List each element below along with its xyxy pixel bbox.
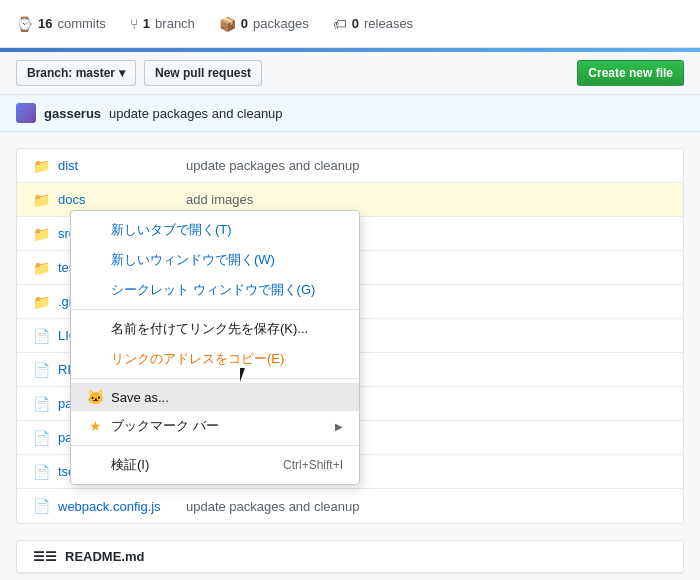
branches-count: 1 <box>143 16 150 31</box>
readme-icon: ☰☰ <box>33 549 57 564</box>
branch-label: Branch: master <box>27 66 115 80</box>
context-menu-item-open-tab[interactable]: 新しいタブで開く(T) <box>71 215 359 245</box>
packages-icon: 📦 <box>219 16 236 32</box>
context-menu-item-open-window[interactable]: 新しいウィンドウで開く(W) <box>71 245 359 275</box>
folder-icon: 📁 <box>33 294 50 310</box>
menu-item-label: 名前を付けてリンク先を保存(K)... <box>111 320 343 338</box>
commit-message: update packages and cleanup <box>109 106 282 121</box>
menu-item-label: シークレット ウィンドウで開く(G) <box>111 281 343 299</box>
folder-icon: 📁 <box>33 226 50 242</box>
context-menu-item-inspect[interactable]: 検証(I) Ctrl+Shift+I <box>71 450 359 480</box>
file-commit: update packages and cleanup <box>178 499 667 514</box>
file-icon: 📄 <box>33 464 50 480</box>
commits-icon: ⌚ <box>16 16 33 32</box>
menu-item-label: 新しいタブで開く(T) <box>111 221 343 239</box>
commit-banner: gasserus update packages and cleanup <box>0 95 700 132</box>
branches-label: branch <box>155 16 195 31</box>
create-new-file-button[interactable]: Create new file <box>577 60 684 86</box>
packages-stat[interactable]: 📦 0 packages <box>219 8 309 40</box>
folder-icon: 📁 <box>33 260 50 276</box>
branches-stat[interactable]: ⑂ 1 branch <box>130 8 195 40</box>
file-icon: 📄 <box>33 430 50 446</box>
submenu-arrow: ▶ <box>335 421 343 432</box>
packages-label: packages <box>253 16 309 31</box>
menu-shortcut: Ctrl+Shift+I <box>283 458 343 472</box>
context-menu: 新しいタブで開く(T) 新しいウィンドウで開く(W) シークレット ウィンドウで… <box>70 210 360 485</box>
menu-separator <box>71 445 359 446</box>
context-menu-item-copy-link[interactable]: リンクのアドレスをコピー(E) <box>71 344 359 374</box>
context-menu-item-bookmark[interactable]: ★ ブックマーク バー ▶ <box>71 411 359 441</box>
menu-item-label: ブックマーク バー <box>111 417 335 435</box>
readme-header: ☰☰ README.md <box>17 541 683 573</box>
context-menu-item-save-link[interactable]: 名前を付けてリンク先を保存(K)... <box>71 314 359 344</box>
packages-count: 0 <box>241 16 248 31</box>
branch-arrow: ▾ <box>119 66 125 80</box>
context-menu-item-open-incognito[interactable]: シークレット ウィンドウで開く(G) <box>71 275 359 305</box>
readme-title: README.md <box>65 549 144 564</box>
menu-separator <box>71 309 359 310</box>
releases-label: releases <box>364 16 413 31</box>
file-icon: 📄 <box>33 396 50 412</box>
bookmark-icon: ★ <box>87 418 103 434</box>
table-row: 📄 webpack.config.js update packages and … <box>17 489 683 523</box>
menu-item-label: Save as... <box>111 390 343 405</box>
folder-icon: 📁 <box>33 158 50 174</box>
file-commit: update packages and cleanup <box>178 158 667 173</box>
releases-count: 0 <box>352 16 359 31</box>
avatar <box>16 103 36 123</box>
commit-author: gasserus <box>44 106 101 121</box>
menu-item-label: 検証(I) <box>111 456 275 474</box>
menu-separator <box>71 378 359 379</box>
action-bar: Branch: master ▾ New pull request Create… <box>0 52 700 95</box>
save-as-icon: 🐱 <box>87 389 103 405</box>
commits-count: 16 <box>38 16 52 31</box>
file-commit: add images <box>178 192 667 207</box>
context-menu-item-save-as[interactable]: 🐱 Save as... <box>71 383 359 411</box>
menu-item-label: 新しいウィンドウで開く(W) <box>111 251 343 269</box>
file-icon: 📄 <box>33 328 50 344</box>
releases-icon: 🏷 <box>333 16 347 32</box>
menu-item-label: リンクのアドレスをコピー(E) <box>111 350 343 368</box>
action-bar-left: Branch: master ▾ New pull request <box>16 60 262 86</box>
commits-label: commits <box>57 16 105 31</box>
file-name[interactable]: dist <box>58 158 178 173</box>
commits-stat[interactable]: ⌚ 16 commits <box>16 8 106 40</box>
branch-selector[interactable]: Branch: master ▾ <box>16 60 136 86</box>
file-name[interactable]: docs <box>58 192 178 207</box>
file-name[interactable]: webpack.config.js <box>58 499 178 514</box>
file-icon: 📄 <box>33 362 50 378</box>
releases-stat[interactable]: 🏷 0 releases <box>333 8 413 40</box>
new-pull-request-button[interactable]: New pull request <box>144 60 262 86</box>
table-row: 📁 dist update packages and cleanup <box>17 149 683 183</box>
branches-icon: ⑂ <box>130 16 138 32</box>
file-icon: 📄 <box>33 498 50 514</box>
readme-section: ☰☰ README.md <box>16 540 684 574</box>
stats-bar: ⌚ 16 commits ⑂ 1 branch 📦 0 packages 🏷 0… <box>0 0 700 48</box>
folder-icon: 📁 <box>33 192 50 208</box>
